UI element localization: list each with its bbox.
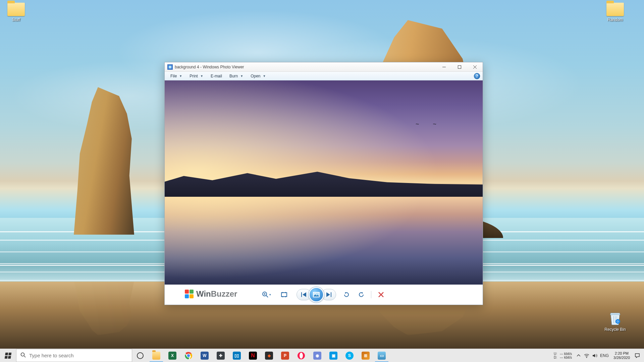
photo-viewer-taskbar-button[interactable]: ▭ bbox=[374, 349, 390, 362]
clock-time: 2:20 PM bbox=[613, 351, 630, 356]
system-tray: U:--- kbit/s D:--- kbit/s ENG 2:20 PM 3/… bbox=[550, 349, 644, 362]
opera-icon bbox=[297, 352, 305, 360]
taskbar-app-13[interactable]: ▣ bbox=[325, 349, 341, 362]
chrome-button[interactable] bbox=[180, 349, 197, 362]
svg-rect-1 bbox=[458, 65, 461, 68]
window-title: background 4 - Windows Photo Viewer bbox=[175, 65, 244, 69]
chevron-down-icon: ▼ bbox=[200, 74, 203, 78]
download-value: --- kbit/s bbox=[560, 356, 572, 359]
start-button[interactable] bbox=[0, 349, 16, 362]
winbuzzer-logo-icon bbox=[185, 290, 194, 298]
menu-email[interactable]: E-mail bbox=[208, 73, 225, 79]
watermark-text-a: Win bbox=[196, 289, 211, 298]
skype-icon: S bbox=[345, 352, 354, 360]
menu-file[interactable]: File ▼ bbox=[167, 73, 185, 79]
menu-label: Burn bbox=[229, 74, 238, 78]
search-input[interactable] bbox=[29, 353, 128, 358]
word-icon: W bbox=[201, 352, 209, 360]
file-explorer-button[interactable] bbox=[148, 349, 164, 362]
taskbar-pinned-apps: X W ✚ ▯▯ N ◆ P ◉ ▣ S bbox=[132, 349, 390, 362]
language-indicator[interactable]: ENG bbox=[599, 349, 610, 362]
displayed-photo: ~ ~ © John Coconis Photography bbox=[165, 80, 483, 285]
menu-label: File bbox=[170, 74, 177, 78]
taskbar-app-9[interactable]: ◆ bbox=[261, 349, 277, 362]
discord-button[interactable]: ◉ bbox=[309, 349, 325, 362]
taskbar-app-7[interactable]: ▯▯ bbox=[229, 349, 245, 362]
visual-studio-button[interactable]: ⊞ bbox=[358, 349, 374, 362]
windows-logo-icon bbox=[5, 353, 12, 359]
powerpoint-icon: P bbox=[281, 352, 289, 360]
zoom-button[interactable]: ▾ bbox=[262, 290, 272, 300]
image-canvas: ~ ~ © John Coconis Photography bbox=[165, 80, 483, 285]
desktop-icon-label: Stuff bbox=[3, 17, 29, 22]
app-icon: ▯▯ bbox=[233, 352, 241, 360]
winbuzzer-watermark: WinBuzzer bbox=[185, 289, 237, 299]
app-icon: ✚ bbox=[217, 352, 225, 360]
search-icon bbox=[20, 352, 26, 359]
menu-burn[interactable]: Burn ▼ bbox=[226, 73, 246, 79]
folder-icon bbox=[152, 352, 160, 360]
photo-detail-birds: ~ ~ bbox=[416, 121, 442, 128]
svg-point-13 bbox=[300, 353, 303, 359]
menu-print[interactable]: Print ▼ bbox=[186, 73, 206, 79]
app-icon: ⊞ bbox=[362, 352, 370, 360]
recycle-bin-icon bbox=[609, 311, 622, 326]
photo-viewer-app-icon bbox=[167, 64, 173, 70]
menu-label: Print bbox=[190, 74, 198, 78]
opera-button[interactable] bbox=[293, 349, 309, 362]
desktop-icon-random[interactable]: Random bbox=[602, 3, 628, 22]
network-monitor[interactable]: U:--- kbit/s D:--- kbit/s bbox=[551, 352, 575, 359]
minimize-button[interactable] bbox=[436, 62, 452, 72]
close-button[interactable] bbox=[467, 62, 483, 72]
taskbar-clock[interactable]: 2:20 PM 3/28/2020 bbox=[610, 351, 633, 360]
rotate-ccw-button[interactable] bbox=[341, 290, 352, 300]
upload-label: U: bbox=[554, 352, 558, 356]
language-label: ENG bbox=[600, 353, 609, 358]
svg-point-14 bbox=[586, 357, 587, 358]
window-titlebar[interactable]: background 4 - Windows Photo Viewer bbox=[165, 62, 483, 72]
taskbar-app-6[interactable]: ✚ bbox=[213, 349, 229, 362]
folder-icon bbox=[7, 3, 25, 16]
separator bbox=[371, 291, 371, 298]
svg-point-0 bbox=[615, 319, 620, 324]
netflix-button[interactable]: N bbox=[245, 349, 261, 362]
chrome-icon bbox=[184, 352, 193, 360]
action-center-button[interactable] bbox=[633, 349, 641, 362]
maximize-button[interactable] bbox=[452, 62, 467, 72]
slideshow-button[interactable] bbox=[309, 287, 324, 302]
desktop-icon-recycle-bin[interactable]: Recycle Bin bbox=[601, 311, 629, 332]
chevron-down-icon: ▼ bbox=[240, 74, 243, 78]
delete-button[interactable] bbox=[376, 290, 386, 300]
volume-icon[interactable] bbox=[591, 349, 599, 362]
desktop-icon-label: Recycle Bin bbox=[601, 327, 629, 332]
taskbar-search[interactable] bbox=[16, 349, 132, 362]
menu-label: E-mail bbox=[211, 74, 222, 78]
menu-open[interactable]: Open ▼ bbox=[248, 73, 269, 79]
chevron-down-icon: ▼ bbox=[179, 74, 182, 78]
watermark-text-b: Buzzer bbox=[211, 289, 237, 298]
desktop-icon-label: Random bbox=[602, 17, 628, 22]
excel-icon: X bbox=[168, 352, 176, 360]
photo-viewer-window: background 4 - Windows Photo Viewer File… bbox=[164, 62, 483, 305]
powerpoint-button[interactable]: P bbox=[277, 349, 293, 362]
word-button[interactable]: W bbox=[197, 349, 213, 362]
taskbar: X W ✚ ▯▯ N ◆ P ◉ ▣ S bbox=[0, 349, 644, 362]
rotate-cw-button[interactable] bbox=[356, 290, 366, 300]
discord-icon: ◉ bbox=[313, 352, 321, 360]
app-icon: ◆ bbox=[265, 352, 273, 360]
menu-bar: File ▼ Print ▼ E-mail Burn ▼ Open ▼ ? bbox=[165, 72, 483, 80]
excel-button[interactable]: X bbox=[164, 349, 180, 362]
cortana-button[interactable] bbox=[132, 349, 148, 362]
photo-viewer-icon: ▭ bbox=[378, 352, 386, 360]
tray-overflow-button[interactable] bbox=[575, 349, 583, 362]
folder-icon bbox=[606, 3, 624, 16]
wifi-icon[interactable] bbox=[583, 349, 591, 362]
help-button[interactable]: ? bbox=[474, 73, 480, 79]
upload-value: --- kbit/s bbox=[560, 352, 572, 356]
desktop-icon-stuff[interactable]: Stuff bbox=[3, 3, 29, 22]
skype-button[interactable]: S bbox=[341, 349, 358, 362]
viewer-toolbar: WinBuzzer ▾ bbox=[165, 285, 483, 305]
menu-label: Open bbox=[251, 74, 260, 78]
fit-to-window-button[interactable] bbox=[279, 290, 289, 300]
clock-date: 3/28/2020 bbox=[613, 356, 630, 360]
